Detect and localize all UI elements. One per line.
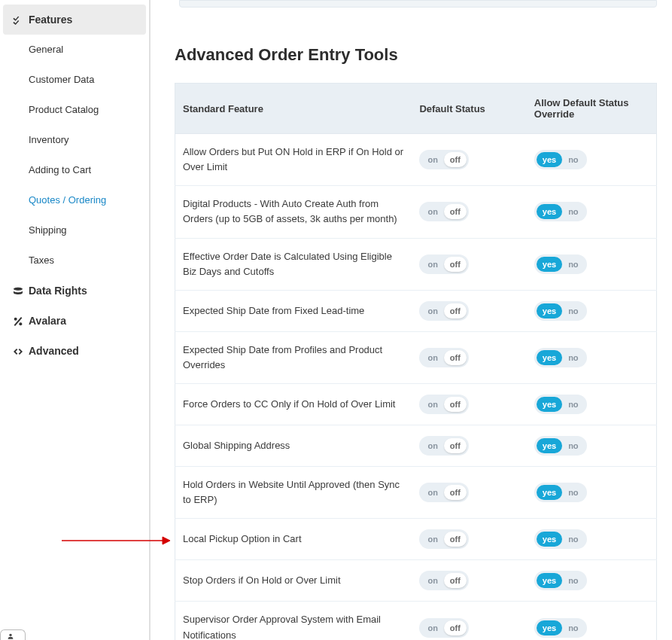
- default-status-toggle[interactable]: onoff: [419, 618, 469, 638]
- default-status-cell: onoff: [412, 238, 526, 290]
- sidebar-item-adding-to-cart[interactable]: Adding to Cart: [3, 155, 146, 185]
- default-status-toggle[interactable]: onoff: [419, 436, 469, 456]
- override-toggle[interactable]: yesno: [534, 150, 587, 169]
- toggle-option-off[interactable]: off: [444, 303, 467, 318]
- feature-label: Local Pickup Option in Cart: [175, 519, 412, 560]
- default-status-toggle[interactable]: onoff: [419, 483, 469, 502]
- default-status-cell: onoff: [412, 331, 526, 383]
- toggle-option-on[interactable]: on: [421, 204, 443, 219]
- sidebar-group-avalara[interactable]: Avalara: [3, 306, 146, 336]
- toggle-option-on[interactable]: on: [421, 438, 443, 453]
- sidebar: FeaturesGeneralCustomer DataProduct Cata…: [0, 0, 151, 640]
- toggle-option-no[interactable]: no: [562, 350, 584, 365]
- toggle-option-yes[interactable]: yes: [537, 204, 562, 219]
- toggle-option-off[interactable]: off: [444, 257, 467, 272]
- toggle-option-no[interactable]: no: [562, 532, 584, 547]
- default-status-toggle[interactable]: onoff: [419, 202, 469, 221]
- toggle-option-on[interactable]: on: [421, 350, 443, 365]
- override-toggle[interactable]: yesno: [534, 436, 587, 456]
- header-feature: Standard Feature: [175, 84, 412, 134]
- override-toggle[interactable]: yesno: [534, 483, 587, 502]
- feature-label: Hold Orders in Website Until Approved (t…: [175, 467, 412, 519]
- toggle-option-on[interactable]: on: [421, 303, 443, 318]
- toggle-option-on[interactable]: on: [421, 257, 443, 272]
- default-status-toggle[interactable]: onoff: [419, 571, 469, 590]
- override-cell: yesno: [527, 425, 657, 467]
- default-status-toggle[interactable]: onoff: [419, 150, 469, 169]
- toggle-option-yes[interactable]: yes: [537, 573, 562, 588]
- toggle-option-no[interactable]: no: [562, 152, 584, 167]
- toggle-option-no[interactable]: no: [562, 257, 584, 272]
- toggle-option-yes[interactable]: yes: [537, 438, 562, 453]
- toggle-option-no[interactable]: no: [562, 438, 584, 453]
- toggle-option-yes[interactable]: yes: [537, 350, 562, 365]
- toggle-option-off[interactable]: off: [444, 438, 467, 453]
- toggle-option-on[interactable]: on: [421, 397, 443, 412]
- override-toggle[interactable]: yesno: [534, 301, 587, 321]
- default-status-toggle[interactable]: onoff: [419, 395, 469, 414]
- table-row: Expected Ship Date from Fixed Lead-timeo…: [175, 290, 657, 331]
- table-row: Supervisor Order Approval System with Em…: [175, 602, 657, 640]
- override-toggle[interactable]: yesno: [534, 254, 587, 274]
- override-cell: yesno: [527, 134, 657, 186]
- feature-label: Effective Order Date is Calculated Using…: [175, 238, 412, 290]
- toggle-option-off[interactable]: off: [444, 350, 467, 365]
- sidebar-group-data-rights[interactable]: Data Rights: [3, 276, 146, 306]
- default-status-cell: onoff: [412, 290, 526, 331]
- checklist-icon: [12, 13, 29, 26]
- toggle-option-yes[interactable]: yes: [537, 532, 562, 547]
- header-override: Allow Default Status Override: [527, 84, 657, 134]
- toggle-option-on[interactable]: on: [421, 152, 443, 167]
- sidebar-group-advanced[interactable]: Advanced: [3, 336, 146, 366]
- toggle-option-off[interactable]: off: [444, 620, 467, 635]
- override-cell: yesno: [527, 560, 657, 602]
- sidebar-item-product-catalog[interactable]: Product Catalog: [3, 95, 146, 125]
- toggle-option-yes[interactable]: yes: [537, 257, 562, 272]
- default-status-toggle[interactable]: onoff: [419, 348, 469, 367]
- header-default-status: Default Status: [412, 84, 526, 134]
- override-toggle[interactable]: yesno: [534, 529, 587, 549]
- override-toggle[interactable]: yesno: [534, 348, 587, 367]
- toggle-option-no[interactable]: no: [562, 303, 584, 318]
- toggle-option-no[interactable]: no: [562, 204, 584, 219]
- override-toggle[interactable]: yesno: [534, 395, 587, 414]
- default-status-toggle[interactable]: onoff: [419, 254, 469, 274]
- toggle-option-on[interactable]: on: [421, 532, 443, 547]
- override-toggle[interactable]: yesno: [534, 571, 587, 590]
- toggle-option-no[interactable]: no: [562, 573, 584, 588]
- toggle-option-off[interactable]: off: [444, 397, 467, 412]
- toggle-option-no[interactable]: no: [562, 397, 584, 412]
- svg-point-0: [14, 317, 17, 320]
- override-toggle[interactable]: yesno: [534, 202, 587, 221]
- override-cell: yesno: [527, 602, 657, 640]
- toggle-option-no[interactable]: no: [562, 620, 584, 635]
- sidebar-item-customer-data[interactable]: Customer Data: [3, 65, 146, 95]
- toggle-option-off[interactable]: off: [444, 152, 467, 167]
- sidebar-item-general[interactable]: General: [3, 35, 146, 65]
- disk-icon: [12, 284, 29, 297]
- default-status-toggle[interactable]: onoff: [419, 301, 469, 321]
- toggle-option-no[interactable]: no: [562, 485, 584, 500]
- footer-badge: [0, 629, 26, 640]
- toggle-option-yes[interactable]: yes: [537, 303, 562, 318]
- toggle-option-off[interactable]: off: [444, 204, 467, 219]
- sidebar-item-taxes[interactable]: Taxes: [3, 245, 146, 276]
- toggle-option-off[interactable]: off: [444, 532, 467, 547]
- page-title: Advanced Order Entry Tools: [175, 45, 657, 65]
- toggle-option-yes[interactable]: yes: [537, 397, 562, 412]
- toggle-option-yes[interactable]: yes: [537, 152, 562, 167]
- toggle-option-on[interactable]: on: [421, 485, 443, 500]
- override-toggle[interactable]: yesno: [534, 618, 587, 638]
- sidebar-item-shipping[interactable]: Shipping: [3, 215, 146, 245]
- toggle-option-yes[interactable]: yes: [537, 620, 562, 635]
- sidebar-item-inventory[interactable]: Inventory: [3, 125, 146, 155]
- toggle-option-on[interactable]: on: [421, 573, 443, 588]
- percent-icon: [12, 314, 29, 327]
- toggle-option-on[interactable]: on: [421, 620, 443, 635]
- toggle-option-yes[interactable]: yes: [537, 485, 562, 500]
- sidebar-item-quotes-ordering[interactable]: Quotes / Ordering: [3, 185, 146, 215]
- toggle-option-off[interactable]: off: [444, 573, 467, 588]
- toggle-option-off[interactable]: off: [444, 485, 467, 500]
- default-status-toggle[interactable]: onoff: [419, 529, 469, 549]
- sidebar-group-features[interactable]: Features: [3, 5, 146, 35]
